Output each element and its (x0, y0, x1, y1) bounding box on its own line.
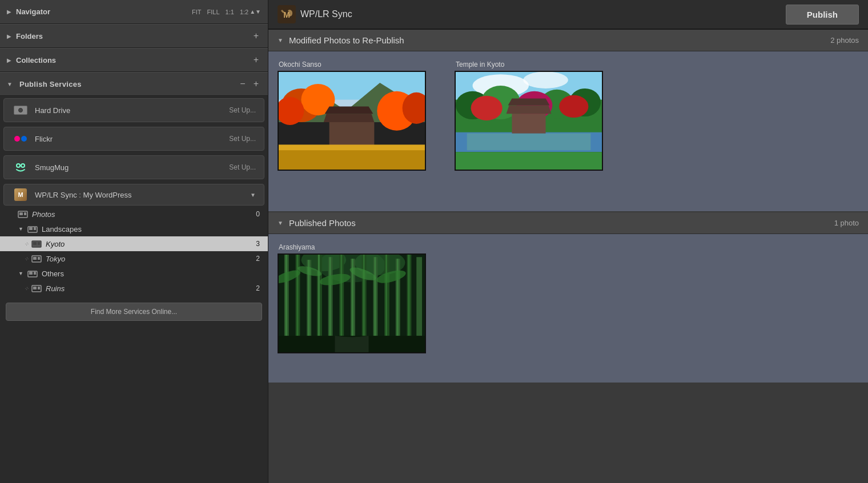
tokyo-dots-icon: ⁘ (24, 256, 29, 262)
right-panel: M WP/LR Sync Publish ▼ Modified Photos t… (268, 0, 868, 483)
modified-photos-grid: Okochi Sanso (268, 51, 868, 211)
svg-point-0 (17, 164, 20, 167)
published-photos-grid: Arashiyama (268, 234, 868, 383)
publish-services-actions: − + (238, 78, 261, 90)
publish-services-minus-button[interactable]: − (238, 78, 247, 90)
publish-services-triangle: ▼ (7, 81, 13, 87)
tree-item-tokyo[interactable]: ⁘ Tokyo 2 (0, 251, 268, 266)
published-section-header[interactable]: ▼ Published Photos 1 photo (268, 212, 868, 234)
tree-folder-landscapes[interactable]: ▼ Landscapes (0, 222, 268, 236)
service-item-harddrive[interactable]: Hard Drive Set Up... (3, 98, 264, 122)
modified-triangle: ▼ (278, 37, 283, 43)
arashiyama-thumbnail (278, 253, 426, 353)
others-triangle: ▼ (18, 271, 23, 276)
flickr-name: Flickr (35, 135, 229, 143)
published-photos-section: ▼ Published Photos 1 photo Arashiyama (268, 212, 868, 383)
tree-item-ruins[interactable]: ⁘ Ruins 2 (0, 281, 268, 296)
right-panel-title: WP/LR Sync (300, 9, 352, 19)
navigator-title: Navigator (16, 7, 192, 16)
svg-marker-49 (507, 105, 552, 114)
photo-cell-temple[interactable]: Temple in Kyoto (450, 56, 627, 207)
others-folder-icon (27, 269, 38, 278)
svg-rect-16 (34, 272, 36, 275)
ruins-collection-icon (31, 284, 42, 293)
landscapes-triangle: ▼ (18, 226, 23, 232)
service-item-flickr[interactable]: Flickr Set Up... (3, 127, 264, 151)
flickr-setup-button[interactable]: Set Up... (229, 135, 256, 143)
wplr-logo: M WP/LR Sync (278, 5, 786, 23)
wplr-m-icon: M (14, 188, 27, 201)
svg-point-43 (471, 96, 503, 120)
temple-label: Temple in Kyoto (455, 61, 622, 69)
find-more-button[interactable]: Find More Services Online... (6, 303, 262, 321)
harddrive-icon (12, 104, 29, 116)
collections-header[interactable]: ▶ Collections + (0, 48, 268, 72)
harddrive-setup-button[interactable]: Set Up... (229, 106, 256, 114)
smugmug-setup-button[interactable]: Set Up... (229, 163, 256, 171)
modified-section-header[interactable]: ▼ Modified Photos to Re-Publish 2 photos (268, 30, 868, 51)
content-area: ▼ Modified Photos to Re-Publish 2 photos… (268, 30, 868, 483)
svg-point-37 (523, 71, 568, 88)
svg-rect-7 (34, 227, 36, 230)
publish-button[interactable]: Publish (786, 5, 859, 25)
kyoto-collection-icon (31, 239, 42, 248)
publish-services-header[interactable]: ▼ Publish Services − + (0, 72, 268, 96)
smugmug-name: SmugMug (35, 163, 229, 172)
svg-rect-19 (38, 287, 40, 289)
service-item-smugmug[interactable]: SmugMug Set Up... (3, 155, 264, 179)
svg-rect-47 (467, 134, 591, 151)
arashiyama-label: Arashiyama (278, 243, 445, 251)
nav-fit[interactable]: FIT (192, 9, 202, 15)
svg-rect-6 (29, 227, 33, 230)
folders-triangle: ▶ (7, 33, 11, 39)
publish-services-add-button[interactable]: + (251, 78, 261, 90)
publish-services-title: Publish Services (19, 80, 238, 88)
folders-add-button[interactable]: + (251, 30, 261, 42)
ruins-dots-icon: ⁘ (24, 285, 29, 292)
svg-rect-13 (38, 257, 40, 260)
svg-rect-10 (38, 242, 40, 245)
left-panel: ▶ Navigator FIT FILL 1:1 1:2 ▲▼ ▶ Folder… (0, 0, 268, 483)
svg-marker-50 (508, 99, 550, 106)
svg-rect-32 (279, 150, 425, 170)
wplr-service-label: WP/LR Sync : My WordPress (35, 191, 250, 199)
tree-container: Photos 0 ▼ Landscapes ⁘ (0, 207, 268, 298)
tree-folder-others[interactable]: ▼ Others (0, 266, 268, 281)
svg-rect-48 (512, 114, 545, 133)
folders-header[interactable]: ▶ Folders + (0, 24, 268, 48)
tree-item-kyoto[interactable]: ⁘ Kyoto 3 (0, 236, 268, 251)
svg-rect-3 (19, 212, 23, 215)
svg-point-45 (559, 95, 588, 118)
svg-point-1 (21, 164, 25, 167)
svg-rect-12 (33, 257, 37, 260)
nav-fill[interactable]: FILL (207, 9, 220, 15)
photos-collection-icon (17, 210, 29, 219)
folders-title: Folders (16, 32, 251, 41)
landscapes-folder-icon (27, 224, 38, 234)
wplr-chevron-icon: ▼ (250, 192, 256, 198)
modified-section-count: 2 photos (830, 36, 859, 45)
nav-1to2[interactable]: 1:2 ▲▼ (240, 9, 261, 15)
collections-add-button[interactable]: + (251, 54, 261, 66)
published-triangle: ▼ (278, 220, 283, 226)
navigator-header[interactable]: ▶ Navigator FIT FILL 1:1 1:2 ▲▼ (0, 0, 268, 24)
wplr-service-icon: M (12, 189, 29, 200)
photo-cell-okochi[interactable]: Okochi Sanso (273, 56, 450, 207)
smugmug-icon (12, 162, 29, 173)
service-item-wplr[interactable]: M WP/LR Sync : My WordPress ▼ (3, 184, 264, 206)
tree-item-photos[interactable]: Photos 0 (0, 207, 268, 222)
svg-marker-30 (325, 106, 373, 114)
tokyo-collection-icon (31, 254, 42, 263)
navigator-triangle: ▶ (7, 9, 11, 15)
svg-rect-15 (29, 272, 33, 275)
svg-rect-9 (33, 242, 37, 245)
kyoto-dots-icon: ⁘ (24, 241, 29, 247)
navigator-options: FIT FILL 1:1 1:2 ▲▼ (192, 9, 261, 15)
published-section-count: 1 photo (834, 219, 859, 227)
photo-cell-arashiyama[interactable]: Arashiyama (273, 239, 450, 378)
nav-1to1[interactable]: 1:1 (226, 9, 234, 15)
collections-title: Collections (16, 56, 251, 65)
publish-services-content: Hard Drive Set Up... Flickr Set Up... (0, 96, 268, 483)
right-panel-header: M WP/LR Sync Publish (268, 0, 868, 30)
svg-rect-18 (33, 287, 37, 289)
